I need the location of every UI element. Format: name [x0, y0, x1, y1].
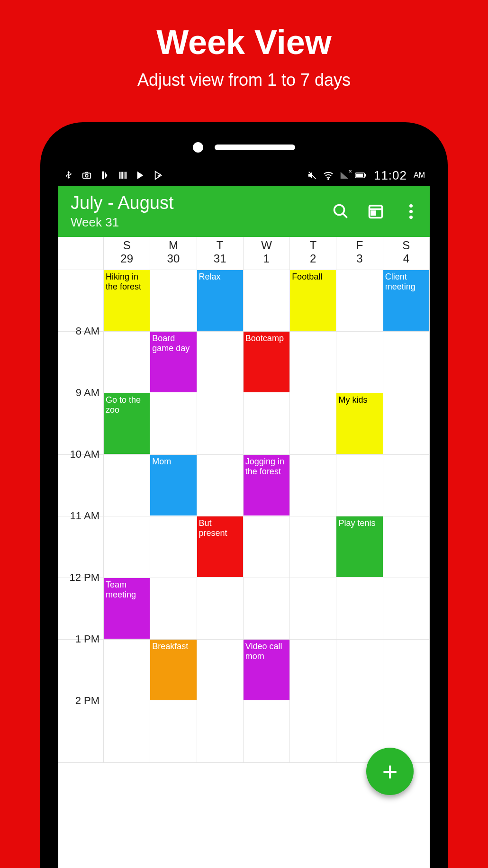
- svg-rect-9: [356, 174, 363, 177]
- promo-subtitle: Adjust view from 1 to 7 days: [0, 70, 488, 90]
- app-toolbar: July - August Week 31: [58, 186, 430, 237]
- hour-cell: 2 PM: [58, 640, 103, 701]
- svg-rect-15: [371, 211, 375, 215]
- phone-speaker: [193, 142, 295, 153]
- calendar-event[interactable]: Video call mom: [244, 640, 289, 700]
- days-grid[interactable]: Hiking in the forestGo to the zooTeam me…: [104, 270, 430, 763]
- calendar-event[interactable]: My kids: [336, 393, 382, 454]
- day-column-1[interactable]: Board game dayMomBreakfast: [150, 270, 197, 763]
- day-header-4[interactable]: T2: [290, 237, 336, 270]
- calendar-event[interactable]: Football: [290, 270, 336, 331]
- day-column-3[interactable]: BootcampJogging in the forestVideo call …: [244, 270, 290, 763]
- toolbar-subtitle: Week 31: [71, 215, 331, 230]
- status-ampm: AM: [414, 171, 425, 180]
- wifi-icon: [323, 170, 334, 181]
- svg-line-12: [343, 214, 347, 218]
- calendar-event[interactable]: Board game day: [150, 332, 196, 392]
- hour-cell: 1 PM: [58, 578, 103, 640]
- calendar-event[interactable]: Go to the zoo: [104, 393, 150, 454]
- svg-rect-2: [119, 172, 121, 179]
- calendar-event[interactable]: Client meeting: [383, 270, 429, 331]
- day-column-5[interactable]: My kidsPlay tenis: [336, 270, 383, 763]
- calendar-event[interactable]: Hiking in the forest: [104, 270, 150, 331]
- camera-icon: [81, 170, 92, 181]
- hour-cell: [58, 701, 103, 763]
- day-column-6[interactable]: Client meeting: [383, 270, 430, 763]
- day-header-6[interactable]: S4: [383, 237, 430, 270]
- svg-rect-0: [83, 173, 91, 178]
- day-header-5[interactable]: F3: [336, 237, 383, 270]
- usb-icon: [63, 170, 74, 181]
- calendar-event[interactable]: Bootcamp: [244, 332, 289, 392]
- day-header-3[interactable]: W1: [244, 237, 290, 270]
- signal-icon: ×: [339, 170, 350, 181]
- today-icon[interactable]: [366, 202, 385, 221]
- hour-cell: 11 AM: [58, 455, 103, 516]
- calendar-event[interactable]: Breakfast: [150, 640, 196, 700]
- calendar-event[interactable]: Jogging in the forest: [244, 455, 289, 515]
- barcode-icon: [117, 170, 128, 181]
- calendar-week-view[interactable]: S29M30T31W1T2F3S4 8 AM9 AM10 AM11 AM12 P…: [58, 237, 430, 763]
- promo-title: Week View: [0, 0, 488, 62]
- hours-column: 8 AM9 AM10 AM11 AM12 PM1 PM2 PM: [58, 270, 104, 763]
- svg-point-1: [85, 174, 88, 177]
- day-header-row: S29M30T31W1T2F3S4: [58, 237, 430, 270]
- play-store-icon: [135, 170, 146, 181]
- svg-rect-3: [121, 172, 123, 179]
- day-column-0[interactable]: Hiking in the forestGo to the zooTeam me…: [104, 270, 150, 763]
- status-time: 11:02: [374, 168, 407, 183]
- overflow-menu-icon[interactable]: [401, 202, 420, 221]
- hour-cell: 12 PM: [58, 516, 103, 578]
- play-check-icon: [153, 170, 164, 181]
- svg-rect-4: [124, 172, 125, 179]
- calendar-event[interactable]: But present: [197, 516, 243, 577]
- svg-point-7: [328, 179, 329, 180]
- calendar-event[interactable]: Play tenis: [336, 516, 382, 577]
- calendar-event[interactable]: Relax: [197, 270, 243, 331]
- calendar-event[interactable]: Mom: [150, 455, 196, 515]
- hour-cell: 8 AM: [58, 270, 103, 332]
- mute-icon: [307, 170, 318, 181]
- day-header-1[interactable]: M30: [150, 237, 197, 270]
- hour-cell: 10 AM: [58, 393, 103, 455]
- calendar-event[interactable]: Team meeting: [104, 578, 150, 639]
- day-header-2[interactable]: T31: [197, 237, 244, 270]
- day-column-2[interactable]: RelaxBut present: [197, 270, 244, 763]
- svg-point-11: [334, 205, 344, 215]
- day-column-4[interactable]: Football: [290, 270, 336, 763]
- search-icon[interactable]: [331, 202, 350, 221]
- add-event-fab[interactable]: +: [366, 748, 414, 795]
- svg-rect-10: [365, 174, 366, 176]
- svg-rect-5: [126, 172, 127, 179]
- phone-frame: × 11:02 AM July - August Week 31: [40, 122, 448, 868]
- app-icon-1: [99, 170, 110, 181]
- status-bar: × 11:02 AM: [58, 165, 430, 186]
- phone-screen: × 11:02 AM July - August Week 31: [58, 165, 430, 868]
- toolbar-title[interactable]: July - August: [71, 193, 331, 213]
- battery-icon: [355, 170, 366, 181]
- day-header-0[interactable]: S29: [104, 237, 150, 270]
- hour-cell: 9 AM: [58, 332, 103, 393]
